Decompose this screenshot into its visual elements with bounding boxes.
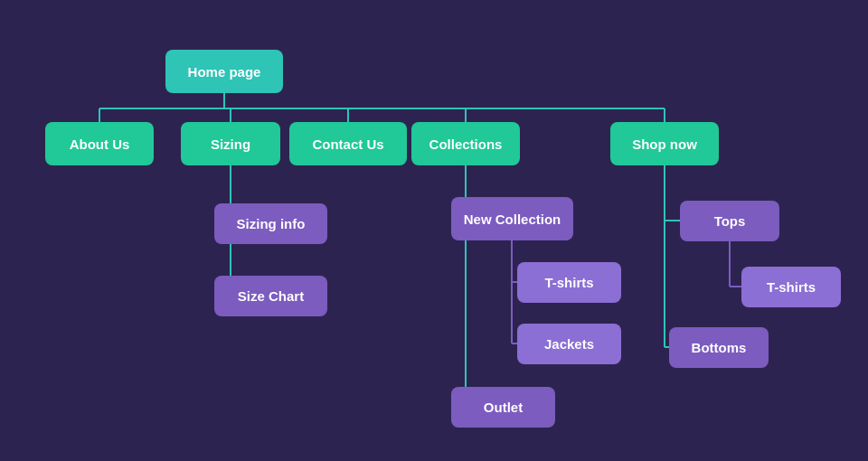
outlet-label: Outlet xyxy=(484,400,523,415)
tops-label: Tops xyxy=(714,213,746,229)
sizing-label: Sizing xyxy=(211,136,250,152)
new-collection-node[interactable]: New Collection xyxy=(451,197,573,240)
shop-now-node[interactable]: Shop now xyxy=(610,122,719,165)
jackets-label: Jackets xyxy=(544,336,594,352)
sizing-info-label: Sizing info xyxy=(237,216,306,231)
home-page-node[interactable]: Home page xyxy=(165,50,283,93)
tshirts-collections-label: T-shirts xyxy=(544,275,593,290)
about-us-label: About Us xyxy=(70,136,130,152)
outlet-node[interactable]: Outlet xyxy=(451,387,555,428)
about-us-node[interactable]: About Us xyxy=(45,122,154,165)
tshirts-shopnow-label: T-shirts xyxy=(767,279,816,295)
collections-node[interactable]: Collections xyxy=(411,122,520,165)
size-chart-node[interactable]: Size Chart xyxy=(214,276,327,316)
tops-node[interactable]: Tops xyxy=(680,201,779,241)
size-chart-label: Size Chart xyxy=(238,288,304,304)
collections-label: Collections xyxy=(429,136,503,152)
tshirts-shopnow-node[interactable]: T-shirts xyxy=(741,267,841,307)
tshirts-collections-node[interactable]: T-shirts xyxy=(517,262,621,303)
contact-us-label: Contact Us xyxy=(312,136,383,152)
new-collection-label: New Collection xyxy=(464,212,561,227)
sizing-node[interactable]: Sizing xyxy=(181,122,280,165)
jackets-node[interactable]: Jackets xyxy=(517,324,621,364)
sizing-info-node[interactable]: Sizing info xyxy=(214,203,327,244)
bottoms-node[interactable]: Bottoms xyxy=(669,327,769,368)
shop-now-label: Shop now xyxy=(632,136,697,152)
home-page-label: Home page xyxy=(188,64,261,80)
bottoms-label: Bottoms xyxy=(692,340,747,355)
contact-us-node[interactable]: Contact Us xyxy=(289,122,407,165)
